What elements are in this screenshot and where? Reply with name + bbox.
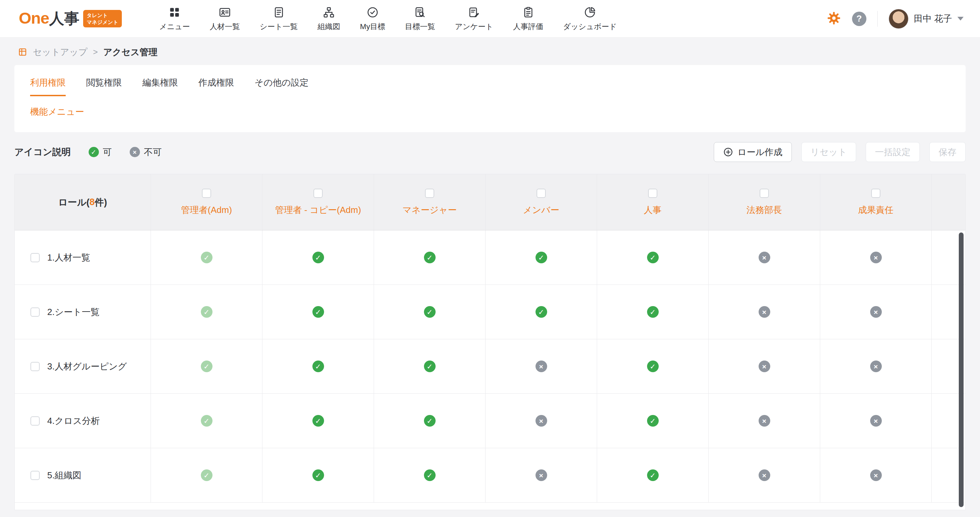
partial-column-header [932, 174, 965, 230]
permission-cell[interactable]: × [485, 394, 597, 448]
nav-item-sheet-list[interactable]: シート一覧 [260, 5, 298, 32]
nav-item-talent-list[interactable]: 人材一覧 [210, 5, 240, 32]
permission-cell[interactable]: × [709, 285, 820, 339]
role-select-checkbox[interactable] [202, 189, 211, 198]
row-checkbox[interactable] [30, 253, 40, 262]
table-row: 2.シート一覧✓✓✓✓✓×× [15, 285, 965, 339]
nav-item-hr-evaluation[interactable]: 人事評価 [513, 5, 543, 32]
save-button[interactable]: 保存 [929, 142, 966, 162]
permission-cell[interactable]: × [709, 448, 820, 502]
permission-cell[interactable]: × [485, 448, 597, 502]
permission-cell[interactable]: ✓ [597, 394, 709, 448]
role-name[interactable]: 人事 [644, 204, 662, 216]
breadcrumb-parent[interactable]: セットアップ [33, 46, 88, 58]
user-menu[interactable]: 田中 花子 [889, 9, 964, 29]
nav-item-menu[interactable]: メニュー [159, 5, 190, 32]
permission-cell[interactable]: ✓ [374, 394, 485, 448]
tab-other-settings[interactable]: その他の設定 [255, 77, 309, 96]
permission-cell[interactable]: ✓ [485, 285, 597, 339]
nav-item-my-goals[interactable]: My目標 [360, 5, 385, 32]
permission-cell[interactable]: × [820, 230, 932, 284]
permission-cell[interactable]: ✓ [262, 339, 374, 393]
help-icon: ? [852, 12, 866, 26]
logo-badge-line2: マネジメント [87, 19, 118, 26]
row-checkbox[interactable] [30, 471, 40, 480]
nav-item-survey[interactable]: アンケート [455, 5, 493, 32]
denied-icon: × [870, 252, 882, 263]
row-label-cell: 3.人材グルーピング [15, 339, 151, 393]
row-checkbox[interactable] [30, 362, 40, 371]
topbar-divider [877, 11, 878, 27]
permission-cell[interactable]: ✓ [262, 394, 374, 448]
app-logo[interactable]: One人事 タレント マネジメント [19, 8, 122, 29]
allowed-icon: ✓ [201, 252, 213, 263]
reset-button[interactable]: リセット [801, 142, 856, 162]
permission-cell[interactable]: × [709, 230, 820, 284]
allowed-icon: ✓ [201, 361, 213, 372]
permission-cell[interactable]: ✓ [597, 230, 709, 284]
role-select-checkbox[interactable] [425, 189, 434, 198]
denied-icon: × [759, 306, 770, 318]
permission-cell[interactable]: ✓ [262, 230, 374, 284]
nav-label: 目標一覧 [405, 22, 435, 32]
help-button[interactable]: ? [852, 12, 866, 26]
nav-item-dashboard[interactable]: ダッシュボード [563, 5, 617, 32]
permission-cell[interactable]: ✓ [374, 285, 485, 339]
permission-cell[interactable]: × [820, 285, 932, 339]
permission-cell[interactable]: ✓ [262, 448, 374, 502]
role-select-checkbox[interactable] [536, 189, 546, 198]
role-name[interactable]: メンバー [523, 204, 560, 216]
tab-view-permission[interactable]: 閲覧権限 [86, 77, 122, 96]
permission-cell[interactable]: ✓ [151, 394, 262, 448]
role-select-checkbox[interactable] [313, 189, 323, 198]
permission-cell[interactable]: × [709, 394, 820, 448]
nav-item-goal-list[interactable]: 目標一覧 [405, 5, 435, 32]
gear-icon [827, 11, 841, 26]
role-select-checkbox[interactable] [760, 189, 769, 198]
bulk-setting-button[interactable]: 一括設定 [866, 142, 920, 162]
document-icon [273, 5, 285, 19]
permission-cell[interactable]: × [820, 394, 932, 448]
permission-cell[interactable]: ✓ [374, 448, 485, 502]
tab-edit-permission[interactable]: 編集権限 [142, 77, 178, 96]
allowed-icon: ✓ [312, 469, 324, 481]
permission-cell[interactable]: ✓ [597, 285, 709, 339]
nav-label: My目標 [360, 22, 385, 32]
permission-cell[interactable]: ✓ [374, 339, 485, 393]
role-select-checkbox[interactable] [871, 189, 880, 198]
permission-cell[interactable]: ✓ [151, 230, 262, 284]
nav-item-org-chart[interactable]: 組織図 [318, 5, 340, 32]
permission-cell[interactable]: ✓ [597, 339, 709, 393]
nav-label: メニュー [159, 22, 190, 32]
denied-icon: × [759, 361, 770, 372]
permission-cell[interactable]: × [485, 339, 597, 393]
role-name[interactable]: 管理者(Adm) [181, 204, 232, 216]
permission-cell[interactable]: ✓ [374, 230, 485, 284]
permission-cell[interactable]: × [709, 339, 820, 393]
roles-table-header: ロール(8件) 管理者(Adm) 管理者 - コピー(Adm) マネージャー メ… [15, 174, 965, 230]
permission-cell[interactable]: × [820, 339, 932, 393]
role-name[interactable]: 成果責任 [858, 204, 894, 216]
permission-cell[interactable]: ✓ [151, 339, 262, 393]
role-name[interactable]: 管理者 - コピー(Adm) [275, 204, 361, 216]
role-select-checkbox[interactable] [648, 189, 657, 198]
role-name[interactable]: 法務部長 [747, 204, 782, 216]
sub-tab-feature-menu[interactable]: 機能メニュー [30, 107, 84, 117]
permission-cell[interactable]: ✓ [151, 448, 262, 502]
role-name[interactable]: マネージャー [402, 204, 457, 216]
create-role-button[interactable]: ロール作成 [714, 142, 791, 162]
row-checkbox[interactable] [30, 416, 40, 426]
permission-cell[interactable]: × [820, 448, 932, 502]
row-checkbox[interactable] [30, 308, 40, 317]
denied-icon: × [536, 415, 547, 427]
permission-cell[interactable]: ✓ [485, 230, 597, 284]
settings-gear-button[interactable] [827, 11, 841, 26]
permission-cell[interactable]: ✓ [597, 448, 709, 502]
tab-create-permission[interactable]: 作成権限 [199, 77, 234, 96]
tab-usage-permission[interactable]: 利用権限 [30, 77, 66, 96]
permission-cell[interactable]: ✓ [151, 285, 262, 339]
allowed-icon: ✓ [89, 147, 99, 157]
permission-cell[interactable]: ✓ [262, 285, 374, 339]
vertical-scrollbar[interactable] [959, 233, 964, 507]
legend-title: アイコン説明 [14, 146, 71, 158]
